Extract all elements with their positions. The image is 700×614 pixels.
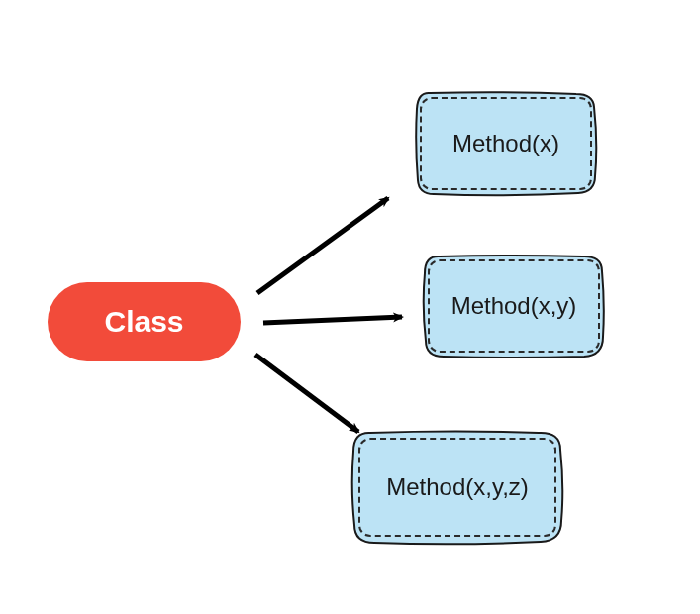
arrow-to-method-1 [257,198,388,293]
class-node: Class [48,282,241,361]
method-node-1: Method(x) [412,89,600,198]
diagram-canvas: Class Method(x) Method(x,y) Method(x,y,z… [0,0,700,614]
method-label-3: Method(x,y,z) [349,428,566,547]
method-label-1: Method(x) [412,89,600,198]
method-node-2: Method(x,y) [420,252,608,360]
arrow-to-method-2 [263,317,402,323]
class-label: Class [104,305,183,339]
method-label-2: Method(x,y) [420,252,608,360]
arrow-to-method-3 [255,355,358,432]
method-node-3: Method(x,y,z) [349,428,566,547]
